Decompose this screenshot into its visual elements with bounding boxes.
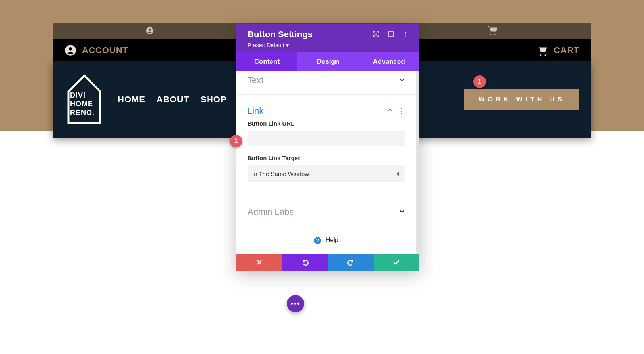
nav-about[interactable]: ABOUT (156, 94, 189, 105)
chevron-up-icon (387, 107, 393, 115)
svg-point-3 (69, 47, 72, 51)
chevron-down-icon (399, 77, 405, 84)
section-link-label: Link (248, 106, 263, 116)
account-label: ACCOUNT (82, 45, 128, 55)
nav-home[interactable]: HOME (118, 94, 145, 105)
cart-label: CART (554, 45, 579, 55)
more-icon[interactable]: ⋮ (403, 31, 408, 38)
svg-rect-4 (375, 33, 377, 35)
caret-down-icon: ▾ (286, 42, 289, 48)
section-text[interactable]: Text (236, 71, 416, 95)
section-text-label: Text (248, 75, 263, 86)
tab-advanced[interactable]: Advanced (358, 52, 419, 71)
expand-icon[interactable] (373, 31, 379, 38)
user-icon (145, 26, 154, 36)
cta-label: WORK WITH US (478, 96, 565, 103)
cart-icon (487, 25, 499, 38)
link-url-label: Button Link URL (248, 120, 405, 127)
marker-1-right: 1 (473, 75, 486, 88)
account-link[interactable]: ACCOUNT (65, 44, 128, 56)
modal-preset[interactable]: Preset: Default ▾ (248, 42, 408, 48)
more-icon[interactable]: ⋮ (398, 109, 405, 113)
nav-shop[interactable]: SHOP (200, 94, 227, 105)
work-with-us-button[interactable]: WORK WITH US (464, 89, 579, 110)
snap-icon[interactable] (388, 31, 394, 38)
section-link[interactable]: Link ⋮ (236, 95, 416, 119)
modal-header[interactable]: Button Settings ⋮ Preset: Default ▾ (236, 24, 419, 52)
field-link-url: Button Link URL (236, 119, 416, 131)
modal-body: Text Link ⋮ Button Link URL Button Link … (236, 71, 419, 131)
button-settings-modal: Button Settings ⋮ Preset: Default ▾ Cont… (236, 24, 419, 131)
modal-tabs: Content Design Advanced (236, 52, 419, 71)
logo-text: DIVI HOME RENO. (70, 91, 95, 117)
tab-content[interactable]: Content (236, 52, 297, 71)
svg-point-1 (149, 29, 151, 31)
tab-design[interactable]: Design (297, 52, 358, 71)
cart-link[interactable]: CART (536, 44, 579, 56)
site-logo[interactable]: DIVI HOME RENO. (65, 72, 104, 127)
modal-title: Button Settings (248, 29, 312, 40)
